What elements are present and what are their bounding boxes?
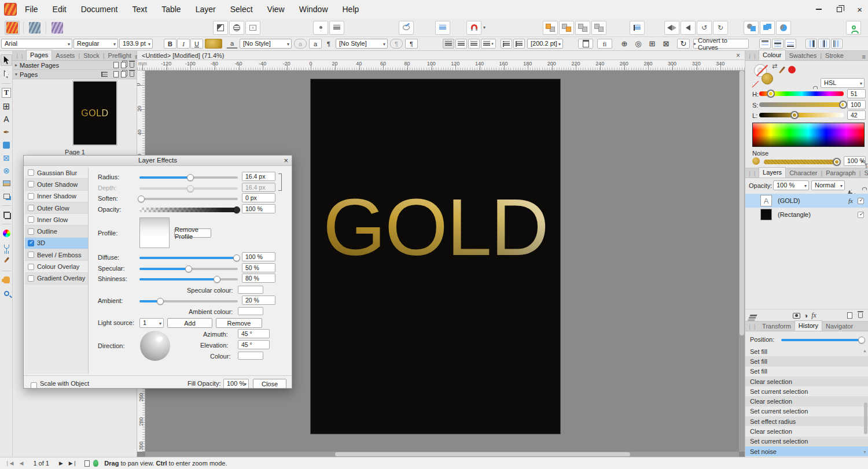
frame-text-tool[interactable]: T [1,87,12,98]
menu-item[interactable]: Layer [196,5,216,14]
style-picker-tool[interactable] [1,241,12,252]
dialog-close-icon[interactable]: × [284,156,288,165]
tab-assets[interactable]: Assets [52,51,78,60]
alignment-button[interactable] [630,21,645,35]
no-colour-well[interactable] [752,82,756,86]
place-image-tool[interactable] [1,178,12,189]
canvas-text[interactable]: GOLD [311,187,560,268]
opacity-value[interactable]: 100 % [242,204,275,213]
effect-checkbox[interactable] [28,169,34,176]
tab-character[interactable]: Character [786,168,821,178]
pen-tool[interactable]: ✒ [1,126,12,138]
position-slider[interactable] [781,339,862,341]
insert-pages-icon[interactable] [101,72,108,77]
effect-checkbox[interactable] [28,181,34,187]
effect-checkbox[interactable] [28,252,34,258]
publisher-persona-button[interactable] [5,21,20,35]
effect-item[interactable]: Colour Overlay [25,261,88,272]
eyedropper-icon[interactable] [779,67,785,74]
move-forward-button[interactable] [559,21,574,35]
collapse-arrow-icon[interactable]: ▸ [15,62,17,68]
specular-slider[interactable] [139,268,238,270]
move-tool[interactable] [1,54,12,66]
effect-item[interactable]: Inner Glow [25,214,88,226]
menu-item[interactable]: File [25,5,38,14]
colour-sampler-tool[interactable] [1,254,12,265]
snapping-dropdown-arrow[interactable]: ▾ [481,25,486,30]
tab-layers[interactable]: Layers [759,167,786,178]
document-close-icon[interactable]: × [736,51,740,60]
tab-preflight[interactable]: Preflight [105,51,135,60]
close-icon[interactable]: × [857,5,862,14]
menu-item[interactable]: Table [161,5,181,14]
panel-menu-icon[interactable]: ≡ [862,53,866,60]
picture-frame-ellipse-tool[interactable]: ⊗ [1,165,12,176]
history-item[interactable]: Clear selection [745,396,868,406]
layer-row-gold[interactable]: A (GOLD) fx ✓ [745,194,868,208]
artistic-text-tool[interactable]: A [1,113,12,125]
tab-swatches[interactable]: Swatches [786,51,821,60]
first-page-icon[interactable]: ❘◀ [2,460,16,466]
swap-colours-icon[interactable]: ⇄ [772,62,777,70]
menu-item[interactable]: Window [299,5,328,14]
orient-center-button[interactable] [818,39,830,49]
close-button[interactable]: Close [253,379,286,389]
text-colour-swatch[interactable] [205,39,222,49]
numbered-list-button[interactable] [513,39,525,49]
history-item[interactable]: Clear selection [745,376,868,386]
content-tool[interactable] [1,190,12,202]
noise-slider[interactable] [764,160,839,164]
soften-slider[interactable] [139,198,238,200]
noise-swatch[interactable] [752,157,760,165]
valign-center-button[interactable] [772,39,784,49]
history-item[interactable]: Set fill [745,356,868,366]
fill-opacity-select[interactable]: 100 % [223,379,249,389]
saturation-slider[interactable] [759,102,844,107]
specular-colour-swatch[interactable] [238,286,263,294]
effect-item[interactable]: Gradient Overlay [25,273,88,285]
style-picker-toolbar-button[interactable] [399,21,414,35]
page-thumbnail[interactable]: GOLD [72,80,117,146]
tab-pages[interactable]: Pages [26,50,52,60]
flip-vertical-button[interactable] [681,21,696,35]
ambient-slider[interactable] [139,300,238,302]
lightness-slider[interactable] [759,113,844,117]
effect-item[interactable]: Gaussian Blur [25,167,88,179]
pin-button[interactable] [313,21,328,35]
designer-persona-button[interactable] [27,21,42,35]
history-item[interactable]: Set current selection [745,386,868,396]
character-style-select[interactable]: [No Style] [240,39,292,49]
boolean-subtract-button[interactable] [760,21,775,35]
rectangle-tool[interactable] [1,139,12,151]
last-page-icon[interactable]: ▶❘ [66,460,80,466]
history-item[interactable]: Set current selection [745,407,868,416]
preflight-status-icon[interactable] [93,460,98,467]
radius-slider[interactable] [139,176,238,179]
depth-value[interactable]: 16.4 px [242,183,275,192]
adjustment-layer-icon[interactable]: ◑ [804,312,808,320]
convert-to-curves-button[interactable]: ▸Convert to Curves [693,39,749,49]
edit-master-icon[interactable] [113,62,119,68]
menu-item[interactable]: Document [81,5,118,14]
light-direction-sphere[interactable] [140,331,170,361]
horizontal-scrollbar[interactable] [145,452,739,457]
minimize-icon[interactable] [816,9,822,10]
para-panel-button[interactable]: ¶ [405,39,418,49]
align-left-button[interactable] [443,39,454,49]
picture-frame-rectangle-tool[interactable]: ⊠ [1,152,12,164]
layer-opacity-select[interactable]: 100 % [773,180,809,190]
valign-bottom-button[interactable] [785,39,796,49]
radius-value[interactable]: 16.4 px [242,172,275,181]
text-flow-button[interactable] [435,21,450,35]
vertical-scrollbar-thumb[interactable] [740,71,744,335]
section-manager-button[interactable] [229,21,244,35]
layer-visibility-checkbox[interactable]: ✓ [858,212,864,218]
menu-item[interactable]: Text [133,5,148,14]
remove-profile-button[interactable]: Remove Profile [174,228,211,238]
layer-effects-icon[interactable]: fx [811,311,816,320]
reset-rotation-button[interactable]: ↻ [677,39,690,49]
lightness-value[interactable]: 42 [847,110,866,120]
char-style-badge[interactable]: a [294,39,307,49]
photo-persona-button[interactable] [50,21,65,35]
char-panel-button[interactable]: a [309,39,322,49]
